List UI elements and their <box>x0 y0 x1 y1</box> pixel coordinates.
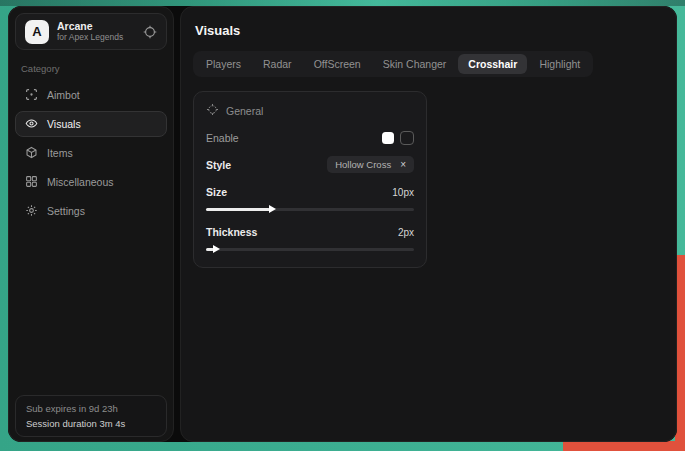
thickness-slider-fill <box>206 248 214 251</box>
thickness-value: 2px <box>398 227 414 238</box>
tab-offscreen[interactable]: OffScreen <box>304 54 371 74</box>
eye-icon <box>25 117 38 132</box>
sidebar-item-visuals[interactable]: Visuals <box>15 111 167 137</box>
tab-skin-changer[interactable]: Skin Changer <box>373 54 457 74</box>
sidebar-item-aimbot[interactable]: Aimbot <box>15 82 167 108</box>
sidebar-item-label: Miscellaneous <box>47 176 114 188</box>
page-title: Visuals <box>195 23 676 38</box>
package-icon <box>25 146 38 161</box>
thickness-slider-track[interactable] <box>206 248 414 251</box>
subscription-info-box: Sub expires in 9d 23h Session duration 3… <box>15 395 167 437</box>
tab-crosshair[interactable]: Crosshair <box>458 54 527 74</box>
crosshair-target-icon[interactable] <box>143 25 157 39</box>
general-panel-header: General <box>206 103 414 118</box>
main-content: Visuals Players Radar OffScreen Skin Cha… <box>180 6 677 442</box>
sidebar-item-miscellaneous[interactable]: Miscellaneous <box>15 169 167 195</box>
enable-row: Enable <box>206 131 414 145</box>
sidebar-item-settings[interactable]: Settings <box>15 198 167 224</box>
sidebar-item-label: Aimbot <box>47 89 80 101</box>
app-window: A Arcane for Apex Legends Category <box>8 6 677 442</box>
size-slider[interactable] <box>206 205 414 213</box>
aimbot-crosshair-icon <box>25 88 38 103</box>
category-label: Category <box>21 63 173 74</box>
tab-radar[interactable]: Radar <box>253 54 302 74</box>
crosshair-dashed-icon <box>206 103 219 118</box>
gear-icon <box>25 204 38 219</box>
grid-icon <box>25 175 38 190</box>
app-title: Arcane <box>57 20 123 32</box>
thickness-label: Thickness <box>206 226 257 238</box>
background-scene-red-bottom <box>563 441 685 451</box>
clear-icon[interactable]: × <box>400 160 406 170</box>
sidebar-item-label: Settings <box>47 205 85 217</box>
size-slider-thumb[interactable] <box>269 205 276 213</box>
style-selected-value: Hollow Cross <box>335 159 391 170</box>
sidebar-item-items[interactable]: Items <box>15 140 167 166</box>
thickness-slider[interactable] <box>206 245 414 253</box>
size-label: Size <box>206 186 227 198</box>
sidebar: A Arcane for Apex Legends Category <box>8 6 174 442</box>
enable-checkbox[interactable] <box>382 132 394 144</box>
app-logo: A <box>25 20 49 44</box>
sidebar-item-label: Visuals <box>47 118 81 130</box>
thickness-row: Thickness 2px <box>206 226 414 238</box>
size-value: 10px <box>392 187 414 198</box>
tab-players[interactable]: Players <box>196 54 251 74</box>
sidebar-menu: Aimbot Visuals Items <box>9 82 173 224</box>
sidebar-item-label: Items <box>47 147 73 159</box>
size-row: Size 10px <box>206 186 414 198</box>
enable-label: Enable <box>206 132 239 144</box>
size-slider-fill <box>206 208 270 211</box>
style-label: Style <box>206 159 231 171</box>
style-row: Style Hollow Cross × <box>206 156 414 173</box>
tab-bar: Players Radar OffScreen Skin Changer Cro… <box>193 51 593 77</box>
style-select[interactable]: Hollow Cross × <box>327 156 414 173</box>
sub-expires-text: Sub expires in 9d 23h <box>26 403 156 414</box>
sidebar-header[interactable]: A Arcane for Apex Legends <box>15 13 167 50</box>
session-duration-text: Session duration 3m 4s <box>26 418 156 429</box>
app-subtitle: for Apex Legends <box>57 33 123 43</box>
enable-keybind-box[interactable] <box>400 131 414 145</box>
general-panel-title: General <box>226 105 263 117</box>
general-panel: General Enable Style Hollow Cross × Size… <box>193 91 427 268</box>
tab-highlight[interactable]: Highlight <box>529 54 590 74</box>
thickness-slider-thumb[interactable] <box>213 245 220 253</box>
